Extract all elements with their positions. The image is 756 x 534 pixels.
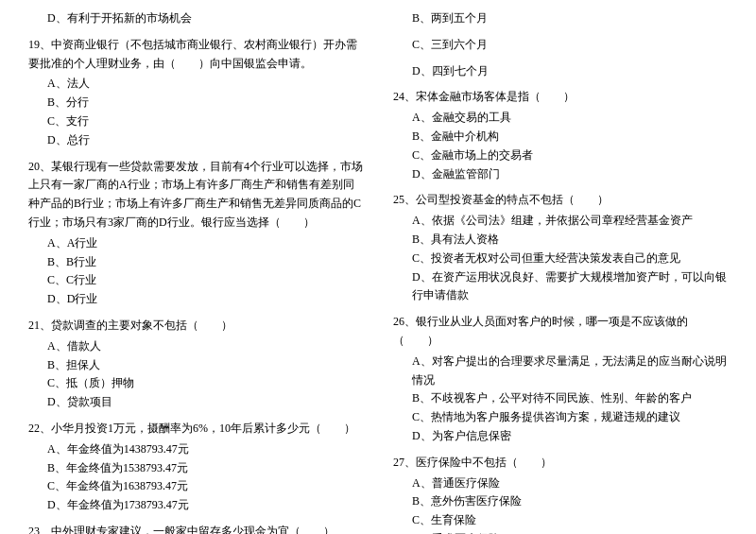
q22-option-c: C、年金终值为1638793.47元: [28, 477, 363, 496]
q21-option-b: B、担保人: [28, 356, 363, 375]
q20-option-b: B、B行业: [28, 253, 363, 272]
right-column: B、两到五个月 C、三到六个月 D、四到七个月 24、宋体金融市场客体是指（ ）…: [378, 9, 728, 534]
left-column: D、有利于开拓新的市场机会 19、中资商业银行（不包括城市商业银行、农村商业银行…: [28, 9, 378, 534]
q23-c-option: C、三到六个月: [393, 36, 728, 55]
q26-block: 26、银行业从业人员面对客户的时候，哪一项是不应该做的（ ） A、对客户提出的合…: [393, 313, 728, 446]
q21-option-d: D、贷款项目: [28, 393, 363, 412]
q23-d-text: D、四到七个月: [393, 62, 728, 81]
q26-option-b: B、不歧视客户，公平对待不同民族、性别、年龄的客户: [393, 389, 728, 408]
q20-block: 20、某银行现有一些贷款需要发放，目前有4个行业可以选择，市场上只有一家厂商的A…: [28, 158, 363, 309]
q26-option-a: A、对客户提出的合理要求尽量满足，无法满足的应当耐心说明情况: [393, 353, 728, 390]
q25-option-c: C、投资者无权对公司但重大经营决策发表自己的意见: [393, 250, 728, 268]
q24-option-d: D、金融监管部门: [393, 165, 728, 184]
q23-c-text: C、三到六个月: [393, 36, 728, 55]
q19-block: 19、中资商业银行（不包括城市商业银行、农村商业银行）开办需要批准的个人理财业务…: [28, 36, 363, 150]
q24-block: 24、宋体金融市场客体是指（ ） A、金融交易的工具 B、金融中介机构 C、金融…: [393, 88, 728, 183]
q27-block: 27、医疗保险中不包括（ ） A、普通医疗保险 B、意外伤害医疗保险 C、生育保…: [393, 454, 728, 534]
q22-question: 22、小华月投资1万元，摄酬率为6%，10年后累计多少元（ ）: [28, 420, 363, 439]
q21-question: 21、贷款调查的主要对象不包括（ ）: [28, 317, 363, 336]
q22-option-b: B、年金终值为1538793.47元: [28, 459, 363, 478]
q23-question: 23、中外理财专家建议，一般家中留存多少现金为宜（ ）: [28, 523, 363, 534]
q27-option-a: A、普通医疗保险: [393, 474, 728, 493]
q20-option-c: C、C行业: [28, 271, 363, 290]
q24-option-a: A、金融交易的工具: [393, 109, 728, 128]
q20-question: 20、某银行现有一些贷款需要发放，目前有4个行业可以选择，市场上只有一家厂商的A…: [28, 158, 363, 233]
q21-option-c: C、抵（质）押物: [28, 374, 363, 393]
q22-option-a: A、年金终值为1438793.47元: [28, 440, 363, 459]
q24-option-c: C、金融市场上的交易者: [393, 146, 728, 165]
q24-option-b: B、金融中介机构: [393, 128, 728, 146]
q25-option-b: B、具有法人资格: [393, 231, 728, 250]
q26-option-d: D、为客户信息保密: [393, 427, 728, 446]
q25-option-d: D、在资产运用状况良好、需要扩大规模增加资产时，可以向银行申请借款: [393, 268, 728, 306]
q21-block: 21、贷款调查的主要对象不包括（ ） A、借款人 B、担保人 C、抵（质）押物 …: [28, 317, 363, 412]
q23-block: 23、中外理财专家建议，一般家中留存多少现金为宜（ ） A、一到四个月: [28, 523, 363, 534]
q27-option-d: D、手术医疗保险: [393, 530, 728, 534]
q19-option-c: C、支行: [28, 112, 363, 131]
q27-option-b: B、意外伤害医疗保险: [393, 492, 728, 511]
q26-option-c: C、热情地为客户服务提供咨询方案，规避违规的建议: [393, 408, 728, 427]
q22-block: 22、小华月投资1万元，摄酬率为6%，10年后累计多少元（ ） A、年金终值为1…: [28, 420, 363, 515]
q23-b-text: B、两到五个月: [393, 9, 728, 28]
q19-question: 19、中资商业银行（不包括城市商业银行、农村商业银行）开办需要批准的个人理财业务…: [28, 36, 363, 74]
q25-block: 25、公司型投资基金的特点不包括（ ） A、依据《公司法》组建，并依据公司章程经…: [393, 191, 728, 305]
q19-d-text: D、有利于开拓新的市场机会: [28, 9, 363, 28]
q21-option-a: A、借款人: [28, 337, 363, 356]
q20-option-d: D、D行业: [28, 290, 363, 309]
q26-question: 26、银行业从业人员面对客户的时候，哪一项是不应该做的（ ）: [393, 313, 728, 351]
q27-option-c: C、生育保险: [393, 511, 728, 530]
q20-option-a: A、A行业: [28, 234, 363, 253]
q19-option-d: D、总行: [28, 131, 363, 150]
q23-b-option: B、两到五个月: [393, 9, 728, 28]
q19-option-b: B、分行: [28, 94, 363, 112]
q24-question: 24、宋体金融市场客体是指（ ）: [393, 88, 728, 107]
q25-question: 25、公司型投资基金的特点不包括（ ）: [393, 191, 728, 210]
q25-option-a: A、依据《公司法》组建，并依据公司章程经营基金资产: [393, 212, 728, 231]
q27-question: 27、医疗保险中不包括（ ）: [393, 454, 728, 473]
page-content: D、有利于开拓新的市场机会 19、中资商业银行（不包括城市商业银行、农村商业银行…: [28, 9, 728, 534]
q23-d-option: D、四到七个月: [393, 62, 728, 81]
q19-option-a: A、法人: [28, 75, 363, 94]
q22-option-d: D、年金终值为1738793.47元: [28, 496, 363, 515]
q19-d-option: D、有利于开拓新的市场机会: [28, 9, 363, 28]
